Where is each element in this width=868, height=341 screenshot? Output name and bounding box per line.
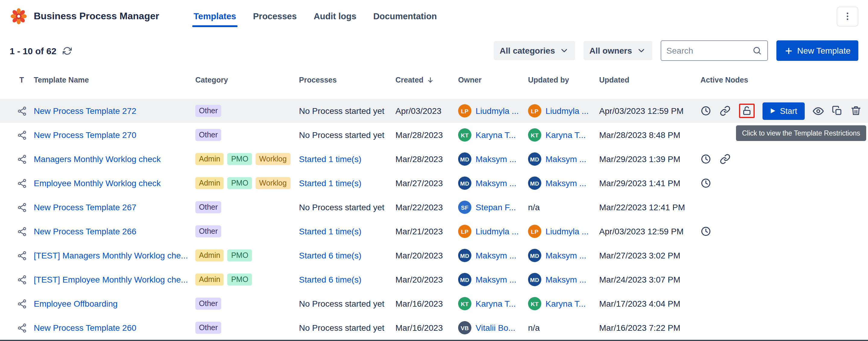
lock-icon[interactable] (741, 105, 752, 116)
user-link[interactable]: Liudmyla ... (546, 106, 589, 116)
table-row[interactable]: Employee Monthly Worklog check AdminPMOW… (0, 171, 868, 195)
template-type-cell (10, 226, 34, 236)
category-chip: Other (195, 225, 221, 237)
process-template-icon (17, 250, 27, 261)
user-link[interactable]: Karyna T... (546, 130, 586, 140)
search-input[interactable] (666, 46, 752, 56)
categories-filter[interactable]: All categories (494, 41, 575, 60)
user-link[interactable]: Maksym ... (475, 154, 516, 164)
pagination-count: 1 - 10 of 62 (10, 45, 56, 56)
column-created[interactable]: Created (396, 76, 458, 84)
category-chip: Admin (195, 153, 224, 165)
user-link[interactable]: Maksym ... (546, 154, 586, 164)
app-title: Business Process Manager (34, 11, 159, 22)
user-link[interactable]: Liudmyla ... (546, 227, 589, 236)
column-processes[interactable]: Processes (299, 76, 396, 84)
new-template-button[interactable]: New Template (776, 40, 858, 61)
eye-icon[interactable] (812, 105, 824, 116)
clock-icon[interactable] (701, 105, 711, 116)
table-row[interactable]: New Process Template 266 Other Started 1… (0, 219, 868, 243)
updated-by-cell: KTKaryna T... (528, 128, 599, 142)
start-button[interactable]: Start (763, 102, 804, 120)
template-name-cell: Employee Monthly Worklog check (34, 178, 195, 188)
user-avatar: MD (458, 152, 471, 166)
user-link[interactable]: Liudmyla ... (475, 106, 519, 116)
user-link[interactable]: Karyna T... (546, 299, 586, 308)
copy-icon[interactable] (832, 105, 842, 116)
column-template-name[interactable]: Template Name (34, 76, 195, 84)
user-link[interactable]: Maksym ... (546, 251, 586, 260)
user-link[interactable]: Maksym ... (546, 178, 586, 188)
category-cell: AdminPMOWorklog (195, 153, 299, 165)
updated-cell: Apr/03/2023 12:59 PM (599, 227, 701, 236)
tab-documentation[interactable]: Documentation (367, 0, 443, 33)
user-link[interactable]: Maksym ... (475, 275, 516, 284)
user-link[interactable]: Maksym ... (546, 275, 586, 284)
updated-by-cell: MDMaksym ... (528, 249, 599, 262)
user-link[interactable]: Vitalii Bo... (475, 323, 516, 333)
more-options-button[interactable] (837, 6, 858, 26)
tab-audit-logs[interactable]: Audit logs (307, 0, 363, 33)
processes-link[interactable]: Started 6 time(s) (299, 251, 396, 260)
trash-icon[interactable] (850, 105, 861, 116)
template-name-link[interactable]: [TEST] Employee Monthly Worklog che... (34, 275, 188, 284)
column-updated[interactable]: Updated (599, 76, 701, 84)
template-name-link[interactable]: Employee Offboarding (34, 299, 118, 308)
new-template-label: New Template (797, 46, 850, 56)
process-template-icon (17, 178, 27, 188)
user-link[interactable]: Karyna T... (475, 299, 516, 308)
template-name-cell: New Process Template 272 (34, 106, 195, 116)
updated-by-cell: KTKaryna T... (528, 297, 599, 310)
category-chip: Other (195, 129, 221, 141)
refresh-icon[interactable] (62, 46, 71, 55)
table-row[interactable]: Employee Offboarding Other No Process st… (0, 292, 868, 316)
owner-cell: VBVitalii Bo... (458, 321, 528, 334)
template-name-link[interactable]: New Process Template 272 (34, 106, 136, 116)
user-link[interactable]: Liudmyla ... (475, 227, 519, 236)
column-updated-by[interactable]: Updated by (528, 76, 599, 84)
template-name-link[interactable]: Managers Monthly Worklog check (34, 154, 161, 164)
table-row[interactable]: New Process Template 260 Other No Proces… (0, 316, 868, 340)
template-name-cell: [TEST] Employee Monthly Worklog che... (34, 275, 195, 284)
processes-link[interactable]: Started 1 time(s) (299, 227, 396, 236)
template-name-link[interactable]: New Process Template 267 (34, 202, 136, 212)
table-row[interactable]: New Process Template 272 Other No Proces… (0, 99, 868, 123)
column-type[interactable]: T (10, 76, 34, 84)
processes-link[interactable]: Started 1 time(s) (299, 154, 396, 164)
link-icon[interactable] (720, 154, 731, 165)
link-icon[interactable] (720, 105, 731, 116)
categories-filter-label: All categories (500, 46, 555, 56)
user-avatar: KT (458, 128, 471, 142)
app-header: Business Process Manager Templates Proce… (0, 0, 868, 33)
clock-icon[interactable] (701, 154, 711, 165)
user-avatar: SF (458, 201, 471, 214)
template-type-cell (10, 322, 34, 333)
processes-link[interactable]: Started 1 time(s) (299, 178, 396, 188)
user-link[interactable]: Stepan F... (475, 202, 516, 212)
template-name-link[interactable]: New Process Template 266 (34, 227, 136, 236)
user-link[interactable]: Karyna T... (475, 130, 516, 140)
template-name-link[interactable]: Employee Monthly Worklog check (34, 178, 161, 188)
user-avatar: MD (528, 249, 541, 262)
clock-icon[interactable] (701, 178, 711, 189)
tab-processes[interactable]: Processes (247, 0, 304, 33)
owners-filter[interactable]: All owners (584, 41, 652, 60)
updated-by-cell: MDMaksym ... (528, 152, 599, 166)
table-row[interactable]: [TEST] Managers Monthly Worklog che... A… (0, 243, 868, 268)
template-name-link[interactable]: New Process Template 260 (34, 323, 136, 333)
template-name-link[interactable]: New Process Template 270 (34, 130, 136, 140)
active-nodes-cell (701, 226, 858, 237)
column-owner[interactable]: Owner (458, 76, 528, 84)
clock-icon[interactable] (701, 226, 711, 237)
user-link[interactable]: Maksym ... (475, 251, 516, 260)
table-row[interactable]: [TEST] Employee Monthly Worklog che... A… (0, 268, 868, 292)
tab-templates[interactable]: Templates (187, 0, 243, 33)
processes-link[interactable]: Started 6 time(s) (299, 275, 396, 284)
play-icon (770, 108, 776, 114)
user-link[interactable]: Maksym ... (475, 178, 516, 188)
created-cell: Mar/28/2023 (396, 154, 458, 164)
template-name-link[interactable]: [TEST] Managers Monthly Worklog che... (34, 251, 188, 260)
table-row[interactable]: Managers Monthly Worklog check AdminPMOW… (0, 147, 868, 171)
table-row[interactable]: New Process Template 267 Other No Proces… (0, 195, 868, 219)
column-category[interactable]: Category (195, 76, 299, 84)
